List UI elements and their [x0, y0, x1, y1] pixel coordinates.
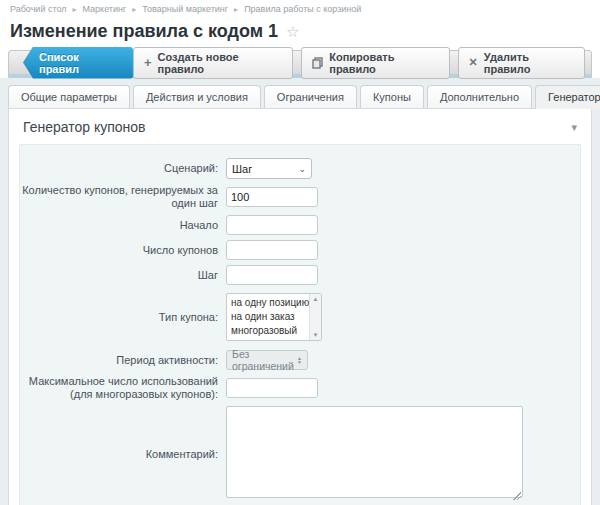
active-period-label: Период активности: [20, 354, 226, 367]
create-rule-label: Создать новое правило [158, 51, 283, 75]
panel-header: Генератор купонов ▾ [9, 109, 591, 144]
coupon-type-option[interactable]: на один заказ [231, 310, 309, 324]
coupon-type-option[interactable]: многоразовый [231, 324, 309, 338]
breadcrumb-item-desktop[interactable]: Рабочий стол [10, 4, 67, 14]
rules-list-button[interactable]: Список правил [23, 47, 133, 79]
form-row-active-period: Период активности: Без ограничений ▲▼ [20, 350, 580, 370]
delete-rule-button[interactable]: ✕ Удалить правило [458, 47, 585, 79]
active-period-selected-value: Без ограничений [232, 348, 297, 372]
coupon-type-listbox[interactable]: на одну позицию заказа на один заказ мно… [226, 293, 322, 341]
content-band: Общие параметры Действия и условия Огран… [0, 78, 600, 505]
coupon-generator-form: Сценарий: Шаг ⌄ Количество купонов, гене… [19, 144, 581, 505]
breadcrumb-separator-icon: ▸ [132, 5, 136, 14]
max-use-input[interactable] [226, 378, 318, 398]
chevron-down-icon: ⌄ [298, 164, 306, 174]
form-row-coupons-per-step: Количество купонов, генерируемых за один… [20, 184, 580, 210]
start-label: Начало [20, 219, 226, 232]
delete-rule-label: Удалить правило [484, 51, 574, 75]
comment-textarea-wrap [226, 406, 523, 502]
scenario-label: Сценарий: [20, 162, 226, 175]
tab-actions-conditions[interactable]: Действия и условия [133, 85, 261, 108]
tab-bar: Общие параметры Действия и условия Огран… [8, 85, 592, 108]
coupon-type-label: Тип купона: [20, 311, 226, 324]
create-rule-button[interactable]: + Создать новое правило [133, 47, 293, 79]
page-title: Изменение правила с кодом 1 [10, 21, 278, 42]
form-row-comment: Комментарий: [20, 406, 580, 502]
coupon-count-label: Число купонов [20, 244, 226, 257]
copy-rule-button[interactable]: Копировать правило [301, 47, 449, 79]
max-use-label: Максимальное число использований (для мн… [20, 375, 226, 401]
breadcrumb-item-marketing[interactable]: Маркетинг [83, 4, 127, 14]
tab-coupons[interactable]: Купоны [360, 85, 424, 108]
coupon-generator-panel: Генератор купонов ▾ Сценарий: Шаг ⌄ Коли… [8, 108, 592, 505]
copy-rule-label: Копировать правило [329, 51, 438, 75]
tab-additional[interactable]: Дополнительно [427, 85, 532, 108]
coupons-per-step-label: Количество купонов, генерируемых за один… [20, 184, 226, 210]
step-input[interactable] [226, 265, 318, 285]
comment-textarea[interactable] [226, 406, 523, 498]
coupon-type-option[interactable]: на одну позицию заказа [231, 296, 309, 310]
form-row-start: Начало [20, 215, 580, 235]
tab-restrictions[interactable]: Ограничения [264, 85, 357, 108]
select-spinner-icon: ▲▼ [297, 356, 302, 364]
collapse-section-icon[interactable]: ▾ [571, 121, 577, 134]
active-period-select[interactable]: Без ограничений ▲▼ [226, 350, 308, 370]
toolbar: Список правил + Создать новое правило Ко… [8, 50, 592, 78]
form-row-scenario: Сценарий: Шаг ⌄ [20, 158, 580, 179]
copy-icon [312, 57, 323, 69]
panel-title: Генератор купонов [23, 119, 146, 135]
scroll-down-icon[interactable]: ▼ [313, 332, 319, 338]
comment-label: Комментарий: [20, 448, 226, 461]
breadcrumb-separator-icon: ▸ [73, 5, 77, 14]
scroll-up-icon[interactable]: ▲ [313, 296, 319, 302]
resize-grip[interactable] [512, 491, 521, 500]
coupon-count-input[interactable] [226, 240, 318, 260]
start-input[interactable] [226, 215, 318, 235]
coupon-type-options: на одну позицию заказа на один заказ мно… [227, 294, 309, 340]
toolbar-actions: + Создать новое правило Копировать прави… [133, 47, 585, 79]
breadcrumb-separator-icon: ▸ [234, 5, 238, 14]
scenario-selected-value: Шаг [232, 163, 252, 175]
title-row: Изменение правила с кодом 1 ☆ [0, 16, 600, 50]
scenario-select[interactable]: Шаг ⌄ [226, 158, 312, 179]
breadcrumb-item-cart-rules[interactable]: Правила работы с корзиной [244, 4, 361, 14]
breadcrumb-item-product-marketing[interactable]: Товарный маркетинг [142, 4, 228, 14]
coupons-per-step-input[interactable] [226, 187, 318, 207]
listbox-scrollbar[interactable]: ▲ ▼ [309, 294, 321, 340]
tab-general-parameters[interactable]: Общие параметры [8, 85, 130, 108]
tab-coupon-generator[interactable]: Генератор купонов [535, 85, 600, 109]
breadcrumb: Рабочий стол ▸ Маркетинг ▸ Товарный марк… [0, 0, 600, 16]
form-row-step: Шаг [20, 265, 580, 285]
form-row-coupon-count: Число купонов [20, 240, 580, 260]
favorite-star-icon[interactable]: ☆ [286, 23, 299, 41]
close-icon: ✕ [469, 56, 478, 69]
form-row-coupon-type: Тип купона: на одну позицию заказа на од… [20, 293, 580, 341]
plus-icon: + [144, 58, 152, 68]
step-label: Шаг [20, 269, 226, 282]
form-row-max-use: Максимальное число использований (для мн… [20, 375, 580, 401]
